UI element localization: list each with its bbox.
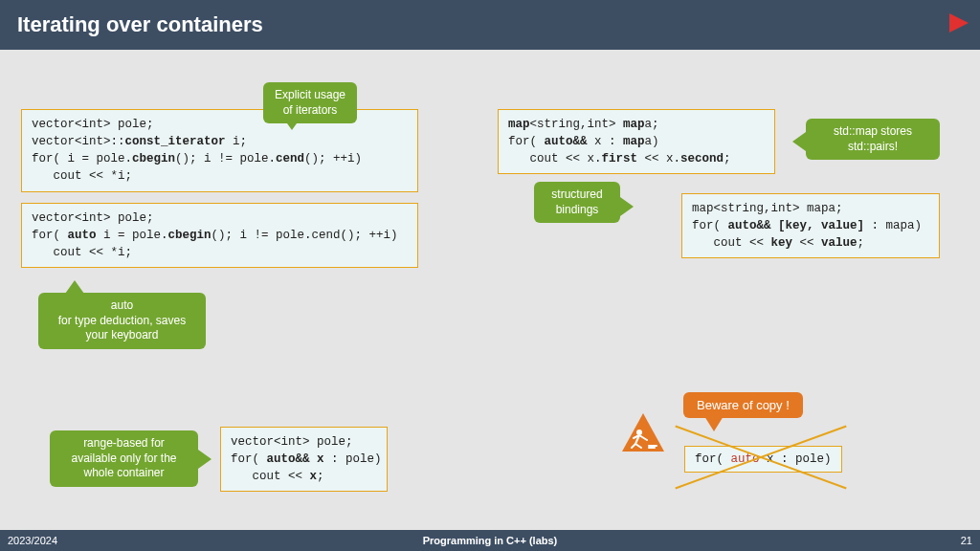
code-structured-bindings: map<string,int> mapa; for( auto&& [key, … bbox=[681, 193, 940, 258]
warning-icon bbox=[620, 411, 666, 457]
callout-mapstores: std::map stores std::pairs! bbox=[806, 119, 940, 160]
callout-tail bbox=[198, 450, 212, 469]
footer-course: Programming in C++ (labs) bbox=[0, 535, 980, 546]
code-explicit-iterator: vector<int> pole; vector<int>::const_ite… bbox=[21, 109, 418, 192]
code-range-for: vector<int> pole; for( auto&& x : pole) … bbox=[220, 427, 388, 492]
code-auto-iterator: vector<int> pole; for( auto i = pole.cbe… bbox=[21, 203, 418, 268]
slide-footer: 2023/2024 Programming in C++ (labs) 21 bbox=[0, 530, 980, 551]
svg-marker-0 bbox=[949, 13, 969, 33]
callout-tail bbox=[792, 132, 806, 151]
svg-marker-1 bbox=[622, 413, 664, 452]
slide-header: Iterating over containers bbox=[0, 0, 980, 50]
play-icon bbox=[947, 11, 970, 34]
callout-tail bbox=[620, 197, 634, 216]
callout-tail bbox=[704, 416, 724, 431]
callout-structured: structured bindings bbox=[534, 182, 620, 223]
callout-tail bbox=[65, 280, 84, 294]
callout-explicit: Explicit usage of iterators bbox=[263, 82, 357, 123]
footer-page: 21 bbox=[961, 535, 972, 546]
slide-title: Iterating over containers bbox=[17, 12, 263, 37]
code-map-pair: map<string,int> mapa; for( auto&& x : ma… bbox=[498, 109, 775, 174]
callout-tail bbox=[282, 117, 301, 130]
slide-body: vector<int> pole; vector<int>::const_ite… bbox=[0, 50, 980, 530]
callout-range: range-based for available only for the w… bbox=[50, 430, 198, 487]
next-slide-button[interactable] bbox=[947, 11, 970, 34]
callout-auto: auto for type deduction, saves your keyb… bbox=[38, 293, 206, 349]
callout-beware: Beware of copy ! bbox=[683, 392, 803, 418]
